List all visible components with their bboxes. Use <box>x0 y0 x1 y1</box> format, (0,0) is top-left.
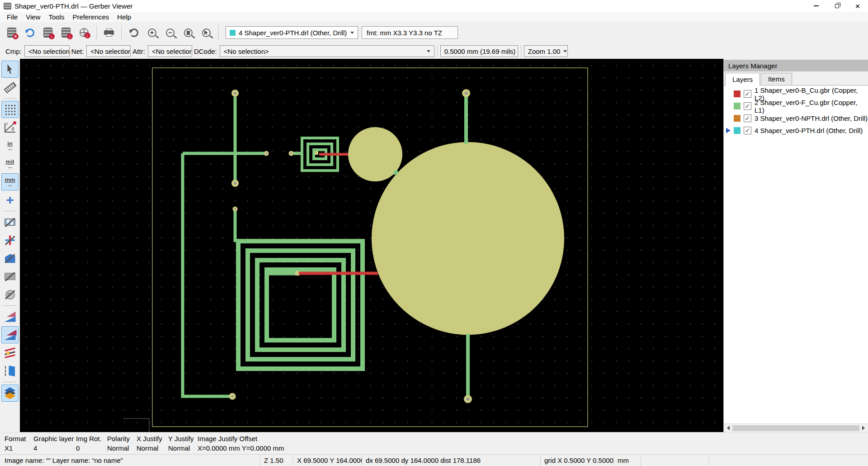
polar-coords-icon: rθ <box>5 123 15 133</box>
layer-visibility-checkbox[interactable] <box>744 114 751 122</box>
layer-row[interactable]: 2 Shaper_ver0-F_Cu.gbr (Copper, L1) <box>724 100 868 112</box>
ruler-icon <box>4 81 16 93</box>
current-layer-arrow <box>726 116 731 121</box>
toolbar-separator <box>521 45 521 57</box>
info-format: FormatX1 <box>5 434 26 453</box>
flip-view-button[interactable] <box>1 362 19 380</box>
status-zoom: Z 1.50 <box>260 455 293 466</box>
toolbar-separator <box>96 25 97 40</box>
status-empty <box>641 455 709 466</box>
layers-manager-title: Layers Manager <box>728 62 777 70</box>
tab-layers[interactable]: Layers <box>725 73 760 86</box>
reload-all-layers-button[interactable] <box>21 24 38 41</box>
status-grid: grid X 0.5000 Y 0.5000 <box>540 455 613 466</box>
zoom-level-select[interactable]: Zoom 1.00 <box>524 45 568 57</box>
grid-size-select[interactable]: 0.5000 mm (19.69 mils) <box>440 45 518 57</box>
flashed-items-icon <box>5 219 15 226</box>
attr-value: <No selection> <box>152 48 192 55</box>
units-mm-button[interactable]: mm↔ <box>1 173 19 190</box>
layer-label: 3 Shaper_ver0-NPTH.drl (Other, Drill) <box>755 114 868 122</box>
layer-visibility-checkbox[interactable] <box>744 90 751 98</box>
toolbar-separator <box>3 305 17 306</box>
open-gerber-file-button[interactable]: ↓ <box>39 24 57 41</box>
zoom-out-button[interactable]: − <box>161 24 179 41</box>
layer-color-swatch[interactable] <box>734 127 741 134</box>
print-button[interactable] <box>100 24 118 41</box>
dcode-icon: D· <box>5 290 15 300</box>
sketch-polygons-button[interactable] <box>1 250 19 267</box>
pcb-canvas[interactable] <box>20 59 723 432</box>
measure-tool-button[interactable] <box>1 79 19 96</box>
open-gerber-icon: ↓ <box>43 28 52 38</box>
show-dcodes-button[interactable]: D· <box>1 286 19 303</box>
diff-mode-button[interactable] <box>1 308 19 325</box>
zoom-out-icon: − <box>166 29 175 37</box>
open-drill-file-button[interactable]: ↓ <box>75 24 93 41</box>
zoom-level-value: Zoom 1.00 <box>528 48 561 55</box>
layers-manager-toggle-button[interactable] <box>1 385 19 402</box>
tab-items[interactable]: Items <box>761 73 792 85</box>
sketch-lines-button[interactable] <box>1 232 19 249</box>
dcode-label: DCode: <box>194 48 217 55</box>
units-inches-button[interactable]: in↔ <box>1 137 19 154</box>
menu-file[interactable]: File <box>3 12 22 22</box>
menu-help[interactable]: Help <box>113 12 135 22</box>
scroll-left-icon[interactable] <box>727 426 730 430</box>
net-select[interactable]: <No selection> <box>86 45 131 57</box>
mm-icon: mm↔ <box>5 177 15 187</box>
grid-toggle-button[interactable] <box>1 101 19 118</box>
restore-button[interactable] <box>826 0 847 12</box>
menu-view[interactable]: View <box>22 12 44 22</box>
layer-visibility-checkbox[interactable] <box>744 127 751 134</box>
layer-color-swatch[interactable] <box>734 103 741 109</box>
highlight-net-button[interactable] <box>1 344 19 361</box>
cmp-select[interactable]: <No selection> <box>24 45 70 57</box>
open-gerber-job-button[interactable]: ↓ <box>57 24 75 41</box>
toolbar-separator <box>437 45 438 57</box>
dcode-select[interactable]: <No selection> <box>220 45 434 57</box>
layer-color-swatch[interactable] <box>734 90 741 97</box>
flip-icon <box>5 366 15 376</box>
layer-visibility-checkbox[interactable] <box>744 102 751 110</box>
minimize-button[interactable] <box>806 0 826 12</box>
zoom-fit-button[interactable] <box>179 24 197 41</box>
zoom-selection-button[interactable] <box>198 24 215 41</box>
scroll-right-icon[interactable] <box>862 426 865 430</box>
sketch-flashed-items-button[interactable] <box>1 214 19 231</box>
reload-icon <box>26 29 34 37</box>
title-bar: Shaper_ver0-PTH.drl — Gerber Viewer × <box>0 0 868 12</box>
grid-dots-icon <box>5 104 16 115</box>
status-cursor-position: X 69.5000 Y 164.0000 <box>293 455 362 466</box>
polar-coordinates-button[interactable]: rθ <box>1 119 19 136</box>
mils-icon: mil↔ <box>6 159 14 169</box>
format-info-text: fmt: mm X3.3 Y3.3 no TZ <box>367 29 442 37</box>
scrollbar-thumb[interactable] <box>732 425 859 431</box>
layers-horizontal-scrollbar[interactable] <box>724 423 868 432</box>
layer-row[interactable]: 3 Shaper_ver0-NPTH.drl (Other, Drill) <box>724 112 868 124</box>
select-tool-button[interactable] <box>1 61 19 78</box>
close-button[interactable]: × <box>847 0 868 12</box>
attr-select[interactable]: <No selection> <box>148 45 192 57</box>
negative-objects-icon <box>5 273 15 280</box>
menu-tools[interactable]: Tools <box>44 12 68 22</box>
status-bar: Image name: “” Layer name: “no name” Z 1… <box>0 454 868 466</box>
info-graphic-layer: Graphic layer4 <box>33 434 74 453</box>
redraw-view-button[interactable] <box>125 24 142 41</box>
clear-all-layers-button[interactable]: × <box>3 24 20 41</box>
active-layer-select[interactable]: 4 Shaper_ver0-PTH.drl (Other, Drill) <box>226 26 358 39</box>
zoom-selection-icon <box>202 29 211 37</box>
layer-color-swatch[interactable] <box>734 115 741 122</box>
xor-mode-button[interactable] <box>1 326 19 343</box>
full-cursor-toggle-button[interactable]: + <box>1 191 19 209</box>
toolbar-separator <box>121 25 122 40</box>
zoom-in-button[interactable]: + <box>143 24 160 41</box>
pcb-drawing <box>20 59 723 432</box>
layer-row[interactable]: 4 Shaper_ver0-PTH.drl (Other, Drill) <box>724 124 868 137</box>
show-negative-objects-button[interactable] <box>1 268 19 285</box>
units-mils-button[interactable]: mil↔ <box>1 155 19 172</box>
layers-manager-panel: Layers Manager Layers Items 1 Shaper_ver… <box>723 59 868 432</box>
menu-preferences[interactable]: Preferences <box>68 12 113 22</box>
main-area: rθ in↔ mil↔ mm↔ + D· <box>0 59 868 432</box>
minimize-icon <box>814 5 819 6</box>
info-x-justify: X JustifyNormal <box>137 434 162 453</box>
